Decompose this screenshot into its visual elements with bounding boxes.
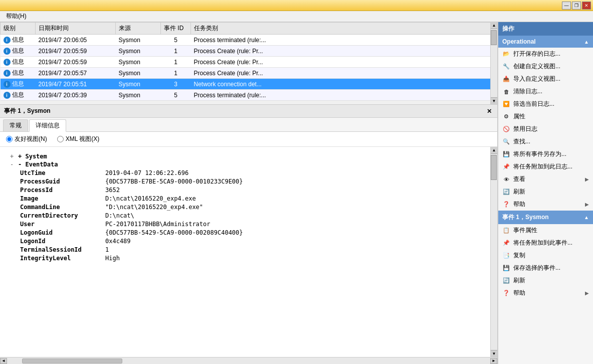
col-header-taskcat[interactable]: 任务类别 — [191, 23, 497, 35]
radio-friendly-input[interactable] — [6, 136, 13, 142]
action-item-icon: 🚫 — [502, 125, 510, 133]
operational-action-item[interactable]: 🔍查找... — [498, 135, 593, 148]
hscroll-left[interactable]: ◄ — [0, 358, 7, 364]
data-field-row: ProcessId3652 — [10, 187, 470, 194]
cell-level: i信息 — [1, 68, 36, 79]
action-item-arrow: ▶ — [585, 176, 589, 182]
radio-xml[interactable]: XML 视图(X) — [57, 135, 100, 143]
table-row[interactable]: i信息2019/4/7 20:05:59Sysmon1Process Creat… — [1, 57, 497, 68]
table-row[interactable]: i信息2019/4/7 20:05:57Sysmon1Process Creat… — [1, 68, 497, 79]
detail-close-button[interactable]: ✕ — [485, 107, 493, 115]
tab-bar: 常规 详细信息 — [0, 118, 497, 132]
right-panel: 操作 Operational ▲ 📂打开保存的日志...🔧创建自定义视图...📥… — [498, 22, 593, 364]
scroll-thumb[interactable] — [491, 30, 497, 45]
radio-xml-input[interactable] — [57, 136, 64, 142]
operational-action-item[interactable]: 💾将所有事件另存为... — [498, 148, 593, 160]
action-item-label: 筛选当前日志... — [513, 100, 589, 108]
detail-scroll-down[interactable]: ▼ — [491, 350, 497, 357]
event-action-item[interactable]: 💾保存选择的事件... — [498, 262, 593, 274]
actions-header: 操作 — [498, 22, 593, 36]
data-field-row: CommandLine"D:\ncat\20165220_exp4.exe" — [10, 204, 470, 211]
table-vscroll[interactable]: ▲ ▼ — [490, 22, 497, 104]
tab-general[interactable]: 常规 — [3, 119, 28, 131]
data-field-row: ProcessGuid{0DC577BB-E7BE-5CA9-0000-0010… — [10, 178, 470, 185]
operational-action-item[interactable]: 🚫禁用日志 — [498, 123, 593, 135]
operational-action-item[interactable]: ⚙属性 — [498, 110, 593, 123]
action-item-label: 帮助 — [513, 200, 582, 209]
col-header-level[interactable]: 级别 — [1, 23, 36, 35]
action-item-icon: 🔄 — [502, 188, 510, 196]
operational-action-item[interactable]: 📌将任务附加到此日志... — [498, 160, 593, 173]
event-action-item[interactable]: 📑复制 — [498, 249, 593, 262]
scroll-down-btn[interactable]: ▼ — [491, 97, 497, 104]
operational-action-item[interactable]: 🔄刷新 — [498, 186, 593, 198]
data-field-key: CommandLine — [20, 204, 105, 211]
event-action-label: 刷新 — [513, 276, 589, 285]
table-row[interactable]: i信息2019/4/7 20:05:59Sysmon1Process Creat… — [1, 46, 497, 57]
operational-action-item[interactable]: ❓帮助▶ — [498, 198, 593, 211]
operational-action-item[interactable]: 🔽筛选当前日志... — [498, 98, 593, 110]
action-item-icon: 💾 — [502, 150, 510, 158]
event-action-icon: 📌 — [502, 239, 510, 247]
event-table-container: 级别 日期和时间 来源 事件 ID 任务类别 i信息2019/4/7 20:06… — [0, 22, 497, 105]
event-action-item[interactable]: 🔄刷新 — [498, 274, 593, 287]
operational-action-item[interactable]: 📂打开保存的日志... — [498, 48, 593, 60]
cell-level: i信息 — [1, 35, 36, 46]
detail-hscroll[interactable]: ◄ ► — [0, 357, 497, 364]
tree-toggle-system[interactable]: + — [10, 153, 16, 160]
cell-source: Sysmon — [116, 46, 161, 57]
operational-action-item[interactable]: 📥导入自定义视图... — [498, 73, 593, 85]
menu-help[interactable]: 帮助(H) — [2, 11, 31, 22]
restore-button[interactable]: ❐ — [572, 2, 581, 10]
detail-content[interactable]: + + System - - EventData UtcTime2019-04-… — [0, 147, 490, 357]
cell-task: Process terminated (rule:... — [191, 35, 497, 46]
operational-action-item[interactable]: 🗑清除日志... — [498, 85, 593, 98]
event-header-label: 事件 1，Sysmon — [502, 213, 549, 222]
tree-toggle-eventdata[interactable]: - — [10, 161, 16, 168]
event-action-item[interactable]: 📋事件属性 — [498, 224, 593, 237]
close-button[interactable]: ✕ — [582, 2, 591, 10]
col-header-source[interactable]: 来源 — [116, 23, 161, 35]
cell-level: i信息 — [1, 57, 36, 68]
col-header-eventid[interactable]: 事件 ID — [161, 23, 191, 35]
data-field-value: 1 — [105, 246, 109, 253]
scroll-up-btn[interactable]: ▲ — [491, 22, 497, 29]
col-header-date[interactable]: 日期和时间 — [36, 23, 116, 35]
table-row[interactable]: i信息2019/4/7 20:05:51Sysmon3Network conne… — [1, 79, 497, 90]
detail-scroll-up[interactable]: ▲ — [491, 147, 497, 154]
eventdata-label: - EventData — [18, 161, 58, 168]
detail-scroll-track — [491, 154, 497, 350]
action-item-icon: 📥 — [502, 75, 510, 83]
event-action-label: 事件属性 — [513, 226, 589, 235]
data-field-row: UtcTime2019-04-07 12:06:22.696 — [10, 169, 470, 176]
tab-details[interactable]: 详细信息 — [29, 119, 66, 132]
action-item-icon: 🔽 — [502, 100, 510, 108]
table-row[interactable]: i信息2019/4/7 20:05:39Sysmon5Process termi… — [1, 90, 497, 101]
table-header-row: 级别 日期和时间 来源 事件 ID 任务类别 — [1, 23, 497, 35]
data-field-key: ProcessGuid — [20, 178, 105, 185]
cell-date: 2019/4/7 20:05:51 — [36, 79, 116, 90]
event-action-item[interactable]: 📌将任务附加到此事件... — [498, 237, 593, 249]
data-field-key: LogonGuid — [20, 229, 105, 236]
detail-scroll-thumb[interactable] — [491, 155, 497, 180]
data-field-value: PC-20170117BHBB\Administrator — [105, 221, 211, 228]
system-label: + System — [18, 153, 47, 160]
view-options: 友好视图(N) XML 视图(X) — [0, 132, 497, 147]
data-field-key: IntegrityLevel — [20, 255, 105, 262]
table-row[interactable]: i信息2019/4/7 20:06:05Sysmon5Process termi… — [1, 35, 497, 46]
event-action-item[interactable]: ❓帮助▶ — [498, 287, 593, 299]
operational-subheader: Operational ▲ — [498, 36, 593, 48]
cell-source: Sysmon — [116, 57, 161, 68]
data-field-key: User — [20, 221, 105, 228]
radio-friendly[interactable]: 友好视图(N) — [6, 135, 47, 143]
hscroll-thumb[interactable] — [22, 358, 122, 363]
hscroll-right[interactable]: ► — [490, 358, 497, 364]
minimize-button[interactable]: — — [562, 2, 571, 10]
radio-friendly-label: 友好视图(N) — [15, 135, 47, 143]
cell-eventid: 5 — [161, 35, 191, 46]
operational-action-item[interactable]: 🔧创建自定义视图... — [498, 60, 593, 73]
detail-vscroll[interactable]: ▲ ▼ — [490, 147, 497, 357]
operational-action-item[interactable]: 👁查看▶ — [498, 173, 593, 186]
event-detail: 事件 1，Sysmon ✕ 常规 详细信息 友好视图(N) XML 视图(X) — [0, 105, 497, 364]
left-panel: 级别 日期和时间 来源 事件 ID 任务类别 i信息2019/4/7 20:06… — [0, 22, 498, 364]
